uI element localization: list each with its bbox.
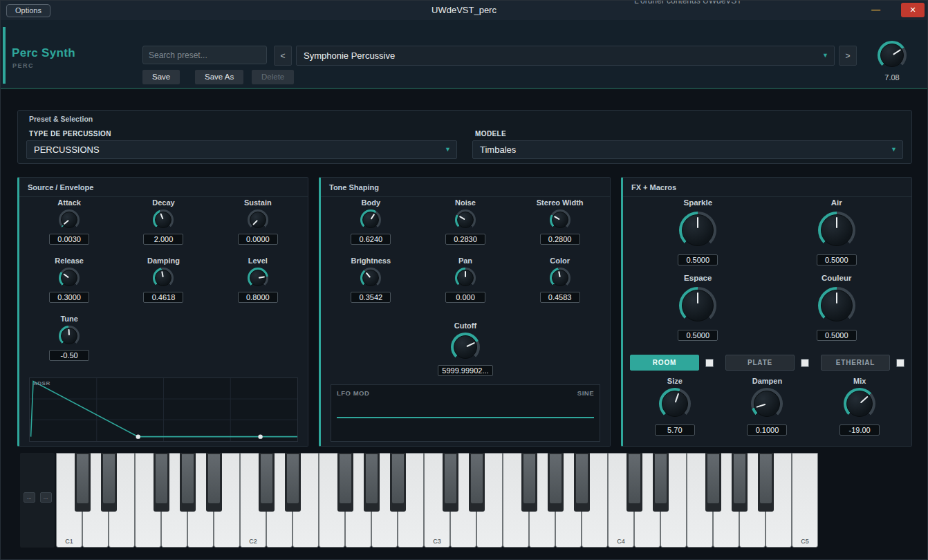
decay-value[interactable]: 2.000 — [143, 234, 183, 245]
titlebar: Options UWdeVST_perc — ✕ — [1, 1, 927, 20]
color-knob[interactable] — [550, 268, 570, 288]
air-knob[interactable] — [818, 212, 855, 249]
black-key[interactable] — [206, 453, 222, 512]
couleur-knob[interactable] — [818, 287, 855, 324]
release-knob[interactable] — [59, 268, 80, 288]
black-key[interactable] — [732, 453, 748, 512]
noise-value[interactable]: 0.2830 — [445, 234, 485, 245]
pan-value[interactable]: 0.000 — [445, 292, 485, 303]
brightness-knob[interactable] — [360, 268, 381, 288]
mode-room-checkbox[interactable] — [705, 359, 714, 367]
lfo-wave-selector[interactable]: SINE — [577, 389, 594, 397]
level-value[interactable]: 0.8000 — [238, 292, 278, 303]
mode-plate-button[interactable]: PLATE — [725, 355, 795, 371]
lfo-title: LFO MOD — [337, 389, 369, 397]
tone-knob-grid: Body0.6240Noise0.2830Stereo Width0.2800B… — [324, 198, 607, 303]
chevron-down-icon — [891, 147, 897, 153]
white-key[interactable] — [792, 453, 818, 548]
size-knob[interactable] — [659, 388, 691, 420]
dampen-knob[interactable] — [751, 388, 783, 420]
next-preset-button[interactable]: > — [839, 46, 857, 66]
black-key[interactable] — [154, 453, 169, 512]
espace-value[interactable]: 0.5000 — [678, 330, 718, 341]
sustain-value[interactable]: 0.0000 — [238, 234, 278, 245]
damping-value[interactable]: 0.4618 — [143, 292, 183, 303]
black-key[interactable] — [521, 453, 537, 512]
sparkle-knob[interactable] — [679, 212, 716, 249]
black-key[interactable] — [180, 453, 196, 512]
tune-knob[interactable] — [59, 326, 80, 346]
damping-label: Damping — [147, 256, 180, 265]
keyboard-more-button-1[interactable]: ... — [24, 492, 35, 503]
close-icon[interactable]: ✕ — [901, 3, 925, 17]
espace-knob[interactable] — [679, 287, 716, 324]
pan-knob-cell: Pan0.000 — [445, 256, 485, 303]
sustain-knob[interactable] — [248, 209, 268, 230]
minimize-icon[interactable]: — — [871, 4, 880, 15]
cutoff-knob-cell: Cutoff5999.99902... — [438, 321, 492, 376]
black-key[interactable] — [364, 453, 380, 512]
damping-knob[interactable] — [153, 268, 174, 288]
black-key[interactable] — [443, 453, 458, 512]
save-button[interactable]: Save — [142, 70, 180, 84]
noise-knob[interactable] — [455, 209, 476, 230]
mode-etherial-checkbox[interactable] — [896, 359, 904, 367]
attack-value[interactable]: 0.0030 — [49, 234, 89, 245]
decay-label: Decay — [152, 198, 174, 207]
black-key[interactable] — [653, 453, 669, 512]
size-value[interactable]: 5.70 — [655, 424, 695, 436]
decay-knob[interactable] — [153, 209, 174, 230]
black-key[interactable] — [469, 453, 485, 512]
black-key[interactable] — [574, 453, 590, 512]
cutoff-value[interactable]: 5999.99902... — [438, 365, 492, 376]
pan-knob[interactable] — [455, 268, 476, 288]
mode-group-etherial: ETHERIAL — [821, 355, 904, 371]
tune-value[interactable]: -0.50 — [49, 350, 89, 361]
air-value[interactable]: 0.5000 — [817, 254, 857, 265]
keyboard-more-button-2[interactable]: ... — [40, 492, 52, 503]
percussion-type-dropdown[interactable]: PERCUSSIONS — [26, 140, 457, 159]
preset-dropdown[interactable]: Symphonie Percussive — [296, 46, 835, 66]
search-preset-input[interactable] — [142, 46, 267, 64]
black-key[interactable] — [705, 453, 721, 512]
black-key[interactable] — [75, 453, 91, 512]
prev-preset-button[interactable]: < — [274, 46, 292, 66]
save-as-button[interactable]: Save As — [195, 70, 243, 84]
cutoff-knob[interactable] — [451, 333, 480, 362]
model-field: MODELE Timbales — [472, 129, 903, 159]
mode-etherial-button[interactable]: ETHERIAL — [821, 355, 890, 371]
sparkle-value[interactable]: 0.5000 — [678, 254, 718, 265]
mix-knob[interactable] — [844, 388, 875, 420]
black-key[interactable] — [337, 453, 353, 512]
body-knob[interactable] — [360, 209, 381, 230]
mix-value[interactable]: -19.00 — [839, 424, 880, 436]
mode-room-button[interactable]: ROOM — [630, 355, 699, 371]
model-dropdown[interactable]: Timbales — [472, 140, 903, 159]
black-key[interactable] — [285, 453, 301, 512]
black-key[interactable] — [548, 453, 564, 512]
mode-plate-checkbox[interactable] — [801, 359, 809, 367]
air-knob-cell: Air0.5000 — [817, 198, 857, 265]
black-key[interactable] — [101, 453, 117, 512]
brightness-value[interactable]: 0.3542 — [351, 292, 391, 303]
preset-selection-section: Preset & Selection TYPE DE PERCUSSION PE… — [17, 110, 912, 164]
black-key[interactable] — [390, 453, 406, 512]
master-volume-knob[interactable] — [878, 41, 907, 70]
level-knob[interactable] — [248, 268, 268, 288]
stereo-width-value[interactable]: 0.2800 — [540, 234, 580, 245]
body-value[interactable]: 0.6240 — [351, 234, 391, 245]
black-key[interactable] — [259, 453, 275, 512]
adsr-label: ADSR — [33, 380, 50, 386]
dampen-value[interactable]: 0.1000 — [747, 424, 787, 436]
stereo-width-knob[interactable] — [550, 209, 570, 230]
fx-macros-panel: FX + Macros Sparkle0.5000Air0.5000Espace… — [621, 177, 912, 447]
release-value[interactable]: 0.3000 — [49, 292, 89, 303]
black-key[interactable] — [627, 453, 642, 512]
couleur-value[interactable]: 0.5000 — [817, 330, 857, 341]
color-value[interactable]: 0.4583 — [540, 292, 580, 303]
body-label: Body — [362, 198, 381, 207]
attack-knob[interactable] — [59, 209, 80, 230]
black-key[interactable] — [758, 453, 774, 512]
adsr-graph[interactable]: ADSR — [29, 377, 298, 442]
delete-button[interactable]: Delete — [252, 70, 294, 84]
